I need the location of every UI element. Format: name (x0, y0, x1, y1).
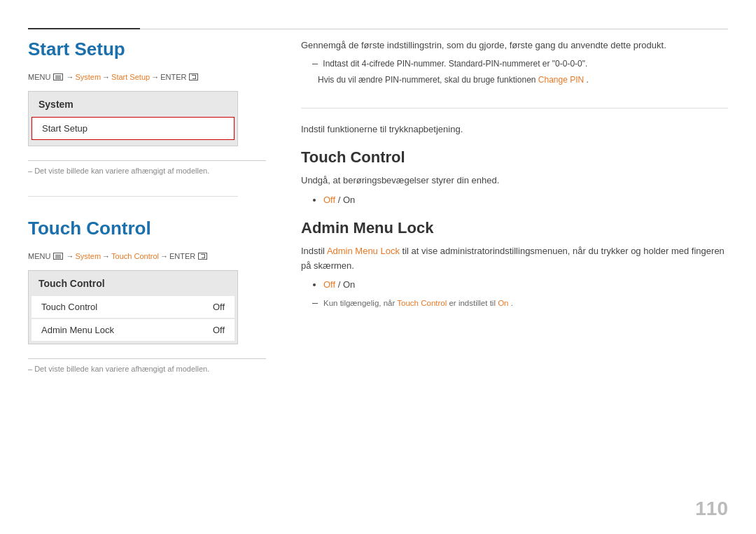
menu-box-start-setup-item: Start Setup (31, 117, 234, 140)
enter-label: ENTER (160, 73, 186, 81)
arrow2: → (102, 73, 110, 81)
menu-icon (53, 73, 63, 80)
tc-bullet-list: Off / On (323, 192, 728, 208)
tc-subsection-desc: Undgå, at berøringsbevægelser styrer din… (301, 174, 728, 188)
tc-subsection-title: Touch Control (301, 148, 728, 167)
tc-menu-label: MENU (28, 252, 50, 260)
touch-control-menu-box: Touch Control Touch Control Off Admin Me… (28, 270, 238, 344)
tc-on-label: On (343, 195, 355, 205)
touch-control-title: Touch Control (28, 218, 266, 239)
start-setup-indent1-text: Indtast dit 4-cifrede PIN-nummer. Standa… (323, 59, 587, 69)
tc-bullet-item: Off / On (323, 192, 728, 208)
right-column: Gennemgå de første indstillingstrin, som… (301, 38, 728, 307)
aml-desc-prefix: Indstil (301, 246, 325, 256)
tc-menu-icon (53, 253, 63, 260)
tc-arrow1: → (66, 252, 74, 260)
touch-control-right-section: Indstil funktionerne til trykknapbetjeni… (301, 122, 728, 307)
menu-label: MENU (28, 73, 50, 81)
start-setup-indent1: Indtast dit 4-cifrede PIN-nummer. Standa… (312, 57, 728, 71)
admin-menu-lock-subsection: Admin Menu Lock Indstil Admin Menu Lock … (301, 219, 728, 307)
tc-enter-icon (198, 253, 207, 260)
tc-menu-box-header: Touch Control (29, 271, 237, 295)
tc-arrow3: → (160, 252, 168, 260)
aml-on-label: On (343, 279, 355, 290)
touch-control-menu-path: MENU → System → Touch Control → ENTER (28, 252, 266, 260)
tc-note: – Det viste billede kan variere afhængig… (28, 358, 266, 373)
aml-note: Kun tilgængelig, når Touch Control er in… (312, 299, 728, 307)
aml-note-suffix: . (511, 299, 513, 307)
tc-arrow2: → (102, 252, 110, 260)
tc-touch-control-link: Touch Control (111, 252, 159, 260)
em-dash1 (312, 64, 318, 64)
aml-off-label: Off (323, 279, 335, 290)
start-setup-title: Start Setup (28, 38, 266, 60)
enter-icon (189, 73, 198, 80)
start-setup-right-text: Gennemgå de første indstillingstrin, som… (301, 38, 728, 53)
admin-menu-lock-desc: Indstil Admin Menu Lock til at vise admi… (301, 244, 728, 274)
right-divider (301, 108, 728, 108)
change-pin-link: Change PIN (538, 75, 584, 85)
tc-subsection: Touch Control Undgå, at berøringsbevægel… (301, 148, 728, 208)
left-column: Start Setup MENU → System → Start Setup … (28, 38, 266, 373)
tc-row1: Touch Control Off (31, 296, 234, 318)
arrow3: → (151, 73, 159, 81)
aml-bullet-item: Off / On (323, 277, 728, 293)
tc-slash: / (338, 195, 343, 205)
start-setup-menu-box: System Start Setup (28, 91, 238, 146)
aml-bullet-list: Off / On (323, 277, 728, 293)
admin-menu-lock-title: Admin Menu Lock (301, 219, 728, 237)
start-setup-menu-path: MENU → System → Start Setup → ENTER (28, 73, 266, 81)
top-border-light (140, 29, 728, 29)
aml-desc-link: Admin Menu Lock (327, 246, 400, 256)
top-border (28, 28, 728, 29)
indent2-suffix: . (587, 75, 589, 85)
tc-row2-value: Off (213, 325, 225, 335)
start-setup-note: – Det viste billede kan variere afhængig… (28, 160, 266, 175)
top-border-dark (28, 28, 140, 29)
tc-row1-label: Touch Control (41, 302, 97, 312)
section-separator (28, 196, 238, 197)
aml-note-prefix: Kun tilgængelig, når (323, 299, 395, 307)
aml-note-link1: Touch Control (397, 299, 447, 307)
start-setup-indent-block: Indtast dit 4-cifrede PIN-nummer. Standa… (301, 57, 728, 87)
touch-control-left-section: Touch Control MENU → System → Touch Cont… (28, 218, 266, 373)
aml-note-middle: er indstillet til (449, 299, 495, 307)
start-setup-link: Start Setup (111, 73, 150, 81)
menu-box-system-header: System (29, 92, 237, 115)
aml-note-text: Kun tilgængelig, når Touch Control er in… (323, 299, 513, 307)
tc-row1-value: Off (213, 302, 225, 312)
aml-note-dash (312, 303, 318, 304)
start-setup-section: Start Setup MENU → System → Start Setup … (28, 38, 266, 175)
start-setup-right-section: Gennemgå de første indstillingstrin, som… (301, 38, 728, 87)
tc-off-label: Off (323, 195, 335, 205)
indent2-prefix: Hvis du vil ændre PIN-nummeret, skal du … (318, 75, 536, 85)
start-setup-indent2: Hvis du vil ændre PIN-nummeret, skal du … (318, 73, 728, 87)
page-number: 110 (695, 498, 728, 520)
tc-right-description: Indstil funktionerne til trykknapbetjeni… (301, 122, 728, 137)
tc-enter-label: ENTER (169, 252, 195, 260)
tc-row2-label: Admin Menu Lock (41, 325, 114, 335)
tc-row2: Admin Menu Lock Off (31, 319, 234, 341)
tc-system-link: System (75, 252, 101, 260)
arrow1: → (66, 73, 74, 81)
aml-note-link2: On (498, 299, 508, 307)
system-link: System (75, 73, 101, 81)
page: Start Setup MENU → System → Start Setup … (0, 0, 756, 534)
aml-slash: / (338, 279, 343, 290)
